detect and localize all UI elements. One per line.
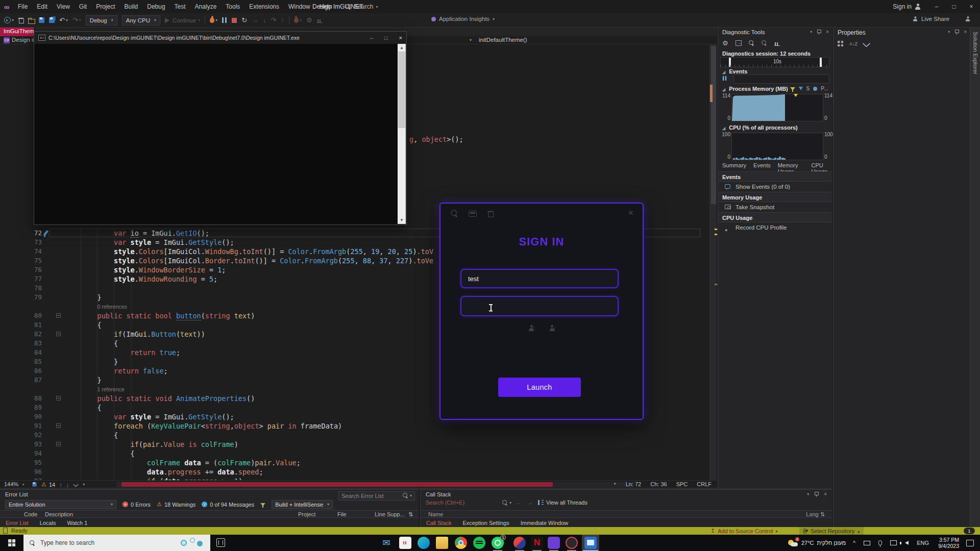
call-stack-search-input[interactable]: Search (Ctrl+E) (426, 499, 497, 506)
launch-button[interactable]: Launch (498, 378, 581, 397)
options-gear-icon[interactable]: ⚙ (306, 16, 312, 24)
maximize-button[interactable]: □ (945, 0, 963, 13)
close-button[interactable]: × (399, 35, 402, 41)
section-item-record-cpu-profile[interactable]: ●Record CPU Profile (718, 222, 832, 233)
redo-icon[interactable]: ↷▾ (72, 16, 81, 24)
next-issue-icon[interactable]: ↓ (66, 482, 69, 488)
tab-exception-settings[interactable]: Exception Settings (457, 519, 515, 528)
chevron-down-icon[interactable]: ▾ (948, 30, 950, 34)
hot-reload-icon[interactable]: ▾ (210, 17, 217, 23)
back-icon[interactable]: ← (517, 499, 522, 506)
cast-icon[interactable] (864, 541, 870, 545)
menu-extensions[interactable]: Extensions (244, 3, 284, 10)
tab-watch-1[interactable]: Watch 1 (61, 519, 93, 528)
view-all-threads-button[interactable]: View all Threads (538, 499, 587, 506)
scrollbar-thumb[interactable] (398, 52, 405, 128)
name-column[interactable]: Name (428, 511, 443, 517)
menu-file[interactable]: File (13, 3, 32, 10)
menu-git[interactable]: Git (75, 3, 91, 10)
add-to-source-control-button[interactable]: ↥ Add to Source Control ▴ (710, 528, 777, 534)
step-over-icon[interactable]: ↷ (271, 16, 277, 24)
taskbar-app-store[interactable] (399, 537, 411, 549)
messages-filter-button[interactable]: i 0 of 94 Messages (202, 502, 254, 508)
tab-call-stack[interactable]: Call Stack (421, 519, 457, 528)
step-out-icon[interactable]: ↑ (281, 16, 284, 24)
column-file[interactable]: File (337, 511, 347, 517)
chart-icon[interactable] (774, 40, 780, 46)
export-icon[interactable] (736, 40, 742, 46)
expander-icon[interactable]: ◢ (722, 70, 725, 74)
restart-icon[interactable]: ↻ (241, 16, 247, 24)
expander-icon[interactable]: ◢ (722, 87, 725, 92)
column-supp[interactable]: Supp... (387, 511, 405, 517)
step-into-icon[interactable]: ↓ (263, 16, 266, 24)
reference-count-label[interactable]: 0 references (97, 302, 127, 311)
menu-build[interactable]: Build (120, 3, 143, 10)
sort-arrows-icon[interactable]: ⇅ (408, 511, 413, 518)
collapse-icon[interactable]: – (56, 423, 61, 428)
close-button[interactable]: × (963, 0, 980, 13)
scroll-down-icon[interactable]: ▼ (398, 216, 406, 224)
warning-count[interactable]: ⚠ 14 (41, 481, 55, 488)
taskbar-search-input[interactable]: Type here to search (23, 535, 210, 551)
platform-dropdown[interactable]: Any CPU▾ (122, 15, 160, 26)
stop-debugging-icon[interactable] (232, 18, 237, 23)
filter-icon[interactable] (260, 503, 265, 506)
close-icon[interactable]: × (964, 29, 967, 35)
build-intellisense-dropdown[interactable]: Build + IntelliSense ▾ (272, 500, 333, 509)
menu-tools[interactable]: Tools (221, 3, 244, 10)
minimize-button[interactable]: – (370, 35, 373, 41)
collapse-icon[interactable]: – (56, 396, 61, 400)
chevron-down-icon[interactable]: ▾ (807, 492, 809, 496)
collapse-icon[interactable]: – (56, 442, 61, 446)
add-user-icon[interactable]: + (528, 325, 537, 333)
network-icon[interactable] (890, 540, 897, 545)
taskbar-app-chrome[interactable] (455, 537, 467, 549)
prev-issue-icon[interactable]: ↑ (59, 482, 62, 488)
delete-icon[interactable] (18, 17, 23, 23)
select-repository-button[interactable]: Select Repository ▴ (799, 527, 864, 535)
taskbar-app-edge[interactable] (418, 537, 430, 549)
menu-project[interactable]: Project (91, 3, 119, 10)
language-indicator[interactable]: ENG (917, 540, 929, 546)
notification-badge[interactable]: 1 (964, 528, 975, 534)
quick-actions-icon[interactable] (73, 482, 79, 487)
ide-navigation-icon[interactable]: ▾ (4, 17, 14, 23)
tab-error-list[interactable]: Error List (0, 519, 34, 528)
pin-icon[interactable] (817, 29, 821, 35)
settings-gear-icon[interactable]: ⚙ (722, 40, 728, 46)
menu-test[interactable]: Test (170, 3, 190, 10)
maximize-button[interactable]: □ (384, 35, 388, 41)
menu-analyze[interactable]: Analyze (190, 3, 222, 10)
clock[interactable]: 3:57 PM 9/4/2023 (938, 537, 959, 549)
column-line[interactable]: Line (375, 511, 385, 517)
collapse-icon[interactable]: – (56, 332, 61, 336)
pin-icon[interactable] (814, 491, 819, 497)
taskbar-app-purple-app[interactable] (548, 537, 560, 549)
search-icon[interactable] (451, 210, 458, 217)
expander-icon[interactable]: ◢ (722, 126, 725, 131)
pause-events-button[interactable] (722, 76, 727, 82)
task-view-button[interactable] (216, 538, 225, 547)
menu-view[interactable]: View (52, 3, 75, 10)
show-next-statement-icon[interactable]: → (252, 16, 258, 24)
forward-icon[interactable]: → (527, 499, 533, 506)
action-center-icon[interactable] (966, 540, 974, 546)
code-line[interactable]: 95colFrame data = (colFrame)pair.Value; (0, 458, 709, 467)
zoom-level[interactable]: 144% (4, 481, 18, 487)
taskbar-app-running-app[interactable] (584, 537, 597, 549)
scrollbar-thumb[interactable] (121, 482, 553, 487)
scroll-up-icon[interactable]: ▲ (398, 44, 406, 52)
show-hidden-icons-button[interactable]: ^ (853, 540, 855, 546)
close-icon[interactable]: × (826, 29, 829, 35)
save-all-icon[interactable] (49, 17, 55, 23)
sign-in-button[interactable]: Sign in (893, 3, 921, 10)
password-field[interactable] (460, 296, 619, 316)
trash-icon[interactable] (488, 210, 494, 216)
column-code[interactable]: Code (24, 511, 37, 517)
close-icon[interactable]: × (824, 491, 827, 497)
live-share-button[interactable]: Live Share (912, 16, 971, 22)
break-all-icon[interactable] (222, 17, 227, 23)
taskbar-app-file-explorer[interactable] (436, 537, 448, 549)
perf-chart-icon[interactable] (317, 17, 323, 23)
